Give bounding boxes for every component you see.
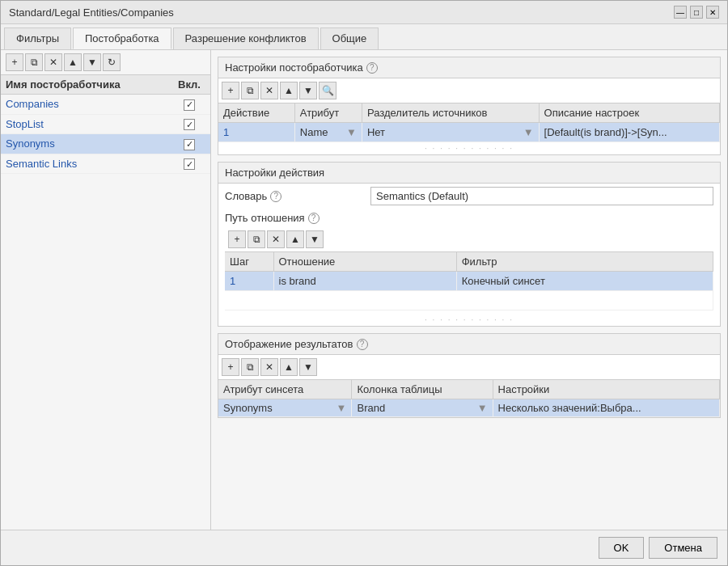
postprocessor-settings-title: Настройки постобработчика ? xyxy=(218,57,720,78)
cancel-button[interactable]: Отмена xyxy=(649,537,717,559)
item-name-stoplist: StopList xyxy=(6,118,173,130)
results-toolbar: + ⧉ ✕ ▲ ▼ xyxy=(218,355,720,380)
copy-button[interactable]: ⧉ xyxy=(25,53,43,71)
filter-col-header: Фильтр xyxy=(456,252,713,272)
action-col-header: Действие xyxy=(218,103,294,123)
delete-button[interactable]: ✕ xyxy=(44,53,62,71)
tab-general[interactable]: Общие xyxy=(320,27,379,49)
item-name-semantic-links: Semantic Links xyxy=(6,158,173,170)
window-title: Standard/Legal Entities/Companies xyxy=(9,6,174,19)
tab-postprocessing[interactable]: Постобработка xyxy=(73,27,171,49)
results-up-button[interactable]: ▲ xyxy=(280,358,298,376)
item-name-synonyms: Synonyms xyxy=(6,137,173,150)
pp-add-button[interactable]: + xyxy=(222,82,239,99)
path-down-button[interactable]: ▼ xyxy=(306,230,324,248)
action-settings-title: Настройки действия xyxy=(218,163,720,184)
results-delete-button[interactable]: ✕ xyxy=(260,358,278,376)
postprocessor-info-icon: ? xyxy=(366,62,378,74)
list-item[interactable]: Synonyms xyxy=(1,134,210,154)
left-panel: + ⧉ ✕ ▲ ▼ ↻ Имя постобработчика Вкл. Com… xyxy=(1,50,211,530)
right-panel: Настройки постобработчика ? + ⧉ ✕ ▲ ▼ 🔍 … xyxy=(211,50,727,530)
postprocessor-table-header-row: Действие Атрибут Разделитель источников … xyxy=(218,103,720,123)
action-settings-label: Настройки действия xyxy=(225,167,324,179)
path-label-row: Путь отношения ? xyxy=(218,209,720,227)
dictionary-input[interactable] xyxy=(370,187,713,205)
postprocessor-list: Companies StopList Synonyms Semantic Lin… xyxy=(1,95,210,174)
dictionary-row: Словарь ? xyxy=(218,184,720,209)
list-item[interactable]: Companies xyxy=(1,95,210,115)
results-section-label: Отображение результатов xyxy=(225,338,353,350)
title-bar: Standard/Legal Entities/Companies — □ ✕ xyxy=(1,1,727,24)
path-toolbar: + ⧉ ✕ ▲ ▼ xyxy=(225,227,713,252)
path-copy-button[interactable]: ⧉ xyxy=(248,230,265,248)
table-row[interactable]: 1 is brand Конечный синсет xyxy=(225,272,713,291)
results-down-button[interactable]: ▼ xyxy=(299,358,317,376)
tab-conflict-resolution[interactable]: Разрешение конфликтов xyxy=(173,27,319,49)
item-check-stoplist[interactable] xyxy=(173,118,205,131)
postprocessor-settings-section: Настройки постобработчика ? + ⧉ ✕ ▲ ▼ 🔍 … xyxy=(218,57,721,155)
pp-search-button[interactable]: 🔍 xyxy=(319,82,336,99)
path-add-button[interactable]: + xyxy=(228,230,246,248)
item-check-synonyms[interactable] xyxy=(173,137,205,150)
dotted-separator-2: · · · · · · · · · · · · xyxy=(218,314,720,326)
results-table-header-row: Атрибут синсета Колонка таблицы Настройк… xyxy=(218,380,720,399)
restore-button[interactable]: □ xyxy=(690,6,703,19)
pp-down-button[interactable]: ▼ xyxy=(299,82,317,99)
table-row-empty xyxy=(225,291,713,310)
list-item[interactable]: StopList xyxy=(1,115,210,135)
tab-filters[interactable]: Фильтры xyxy=(4,27,71,49)
synset-attr-col-header: Атрибут синсета xyxy=(218,380,352,399)
results-copy-button[interactable]: ⧉ xyxy=(241,358,259,376)
results-section: Отображение результатов ? + ⧉ ✕ ▲ ▼ Атри… xyxy=(218,333,721,418)
checkbox-synonyms[interactable] xyxy=(184,139,195,150)
table-col-cell[interactable]: Brand ▼ xyxy=(352,399,493,417)
path-delete-button[interactable]: ✕ xyxy=(267,230,285,248)
footer: OK Отмена xyxy=(1,530,727,565)
pp-up-button[interactable]: ▲ xyxy=(280,82,298,99)
table-col-col-header: Колонка таблицы xyxy=(352,380,493,399)
relation-col-header: Отношение xyxy=(273,252,456,272)
add-button[interactable]: + xyxy=(6,53,23,71)
pp-copy-button[interactable]: ⧉ xyxy=(241,82,259,99)
enable-column-header: Вкл. xyxy=(173,78,205,91)
filter-cell: Конечный синсет xyxy=(456,272,713,291)
postprocessor-toolbar: + ⧉ ✕ ▲ ▼ 🔍 xyxy=(218,78,720,103)
main-window: Standard/Legal Entities/Companies — □ ✕ … xyxy=(0,0,728,566)
path-table-header-row: Шаг Отношение Фильтр xyxy=(225,252,713,272)
checkbox-stoplist[interactable] xyxy=(184,119,195,130)
postprocessor-table: Действие Атрибут Разделитель источников … xyxy=(218,103,720,142)
checkbox-companies[interactable] xyxy=(184,99,195,111)
results-add-button[interactable]: + xyxy=(222,358,239,376)
table-row[interactable]: 1 Name ▼ Нет ▼ [Default(is brand)]->[Syn… xyxy=(218,123,720,142)
dictionary-label: Словарь ? xyxy=(225,190,370,202)
item-name-companies: Companies xyxy=(6,98,173,110)
table-row[interactable]: Synonyms ▼ Brand ▼ Несколько значений:Вы… xyxy=(218,399,720,417)
down-button[interactable]: ▼ xyxy=(83,53,101,71)
results-table: Атрибут синсета Колонка таблицы Настройк… xyxy=(218,380,720,417)
list-item[interactable]: Semantic Links xyxy=(1,154,210,175)
up-button[interactable]: ▲ xyxy=(64,53,82,71)
relation-cell: is brand xyxy=(273,272,456,291)
left-table-header: Имя постобработчика Вкл. xyxy=(1,75,210,95)
dictionary-info-icon: ? xyxy=(270,191,281,202)
step-cell: 1 xyxy=(225,272,273,291)
attribute-cell: Name ▼ xyxy=(294,123,362,142)
minimize-button[interactable]: — xyxy=(674,6,687,19)
results-section-title: Отображение результатов ? xyxy=(218,334,720,355)
title-bar-controls: — □ ✕ xyxy=(674,6,719,19)
refresh-button[interactable]: ↻ xyxy=(103,53,121,71)
left-toolbar: + ⧉ ✕ ▲ ▼ ↻ xyxy=(1,50,210,75)
settings-col-header: Настройки xyxy=(493,380,719,399)
close-button[interactable]: ✕ xyxy=(706,6,719,19)
item-check-semantic-links[interactable] xyxy=(173,158,205,171)
main-content: + ⧉ ✕ ▲ ▼ ↻ Имя постобработчика Вкл. Com… xyxy=(1,50,727,530)
postprocessor-settings-label: Настройки постобработчика xyxy=(225,61,363,74)
checkbox-semantic-links[interactable] xyxy=(184,158,195,170)
name-column-header: Имя постобработчика xyxy=(6,78,173,91)
ok-button[interactable]: OK xyxy=(599,537,645,559)
path-up-button[interactable]: ▲ xyxy=(286,230,304,248)
item-check-companies[interactable] xyxy=(173,98,205,111)
path-table: Шаг Отношение Фильтр 1 is brand Конечный… xyxy=(225,252,713,310)
synset-attr-cell[interactable]: Synonyms ▼ xyxy=(218,399,352,417)
pp-delete-button[interactable]: ✕ xyxy=(260,82,278,99)
